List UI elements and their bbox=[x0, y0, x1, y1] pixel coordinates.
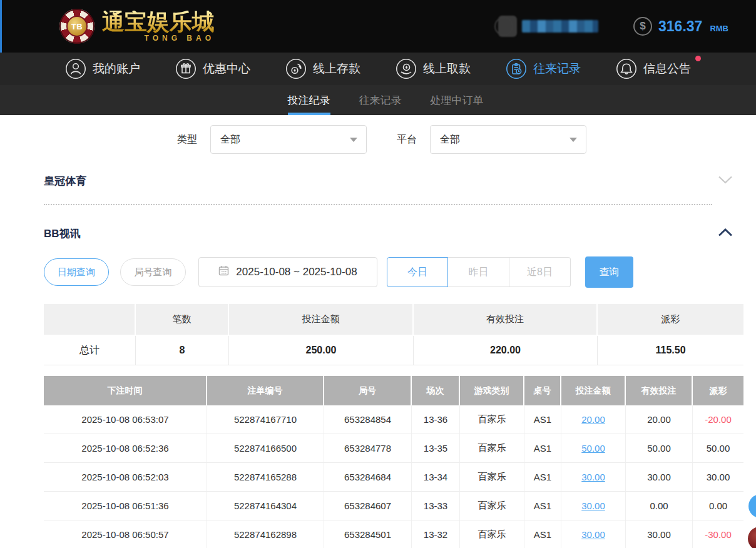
summary-header-count: 笔数 bbox=[136, 304, 229, 336]
bet-amount-link[interactable]: 30.00 bbox=[581, 529, 605, 540]
tab-pending-orders[interactable]: 处理中订单 bbox=[431, 85, 484, 115]
tab-bet-records[interactable]: 投注纪录 bbox=[288, 85, 330, 115]
brand-text: 通宝娱乐城 TONG BAO bbox=[102, 11, 215, 43]
nav-item-announcements[interactable]: 信息公告 bbox=[616, 58, 691, 79]
nav-label: 线上取款 bbox=[423, 61, 471, 77]
quick-range-group: 今日 昨日 近8日 bbox=[387, 257, 571, 287]
cell-game-type: 百家乐 bbox=[460, 520, 524, 548]
nav-item-withdraw[interactable]: 线上取款 bbox=[396, 58, 471, 79]
user-account-block[interactable] bbox=[498, 16, 598, 37]
nav-label: 往来记录 bbox=[533, 61, 581, 77]
bet-amount-link[interactable]: 20.00 bbox=[581, 414, 605, 425]
summary-valid-bet: 220.00 bbox=[414, 336, 598, 365]
summary-total-row: 总计 8 250.00 220.00 115.50 bbox=[44, 336, 743, 365]
cell-bet-amount: 20.00 bbox=[561, 405, 626, 434]
bet-amount-link[interactable]: 50.00 bbox=[581, 443, 605, 454]
date-range-value: 2025-10-08 ~ 2025-10-08 bbox=[236, 266, 357, 278]
yesterday-button[interactable]: 昨日 bbox=[448, 257, 509, 287]
balance-currency: RMB bbox=[710, 24, 728, 33]
cell-bet-time: 2025-10-08 06:50:57 bbox=[44, 520, 207, 548]
subtab-bar: 投注纪录 往来记录 处理中订单 bbox=[0, 85, 756, 115]
last8days-button[interactable]: 近8日 bbox=[509, 257, 571, 287]
round-query-button[interactable]: 局号查询 bbox=[120, 258, 186, 286]
gift-icon bbox=[175, 58, 197, 79]
cell-bet-time: 2025-10-08 06:51:36 bbox=[44, 492, 207, 520]
today-button[interactable]: 今日 bbox=[387, 257, 448, 287]
nav-item-promotions[interactable]: 优惠中心 bbox=[175, 58, 250, 79]
floating-widget-red[interactable] bbox=[748, 527, 756, 548]
records-icon bbox=[506, 58, 527, 79]
cell-valid-bet: 30.00 bbox=[626, 463, 693, 492]
table-row: 2025-10-08 06:53:07 522874167710 6532848… bbox=[44, 405, 743, 434]
cell-payout: -30.00 bbox=[693, 520, 743, 548]
section-title: BB视讯 bbox=[44, 226, 81, 241]
summary-table: 笔数 投注金额 有效投注 派彩 总计 8 250.00 220.00 115.5… bbox=[44, 304, 743, 365]
calendar-icon bbox=[218, 265, 229, 279]
cell-table-number: AS1 bbox=[524, 463, 561, 492]
tab-transaction-records[interactable]: 往来记录 bbox=[359, 85, 402, 115]
notification-dot bbox=[695, 56, 701, 61]
cell-bet-time: 2025-10-08 06:52:36 bbox=[44, 434, 207, 463]
summary-payout: 115.50 bbox=[598, 336, 743, 365]
nav-item-deposit[interactable]: 线上存款 bbox=[285, 58, 360, 79]
table-row: 2025-10-08 06:50:57 522874162898 6532845… bbox=[44, 520, 743, 548]
search-button[interactable]: 查询 bbox=[585, 256, 633, 288]
chevron-down-icon bbox=[350, 138, 357, 142]
nav-label: 信息公告 bbox=[643, 61, 691, 77]
col-session: 场次 bbox=[412, 376, 460, 405]
nav-item-transaction-records[interactable]: 往来记录 bbox=[506, 58, 581, 79]
col-valid-bet: 有效投注 bbox=[626, 376, 693, 405]
cell-round-number: 653284607 bbox=[324, 492, 412, 520]
cell-payout: 0.00 bbox=[693, 492, 743, 520]
floating-widget-blue[interactable] bbox=[748, 494, 756, 518]
deposit-icon bbox=[285, 58, 307, 79]
cell-bet-number: 522874164304 bbox=[207, 492, 324, 520]
col-bet-amount: 投注金额 bbox=[561, 376, 626, 405]
nav-item-my-account[interactable]: 我的账户 bbox=[65, 58, 140, 79]
query-toolbar: 日期查询 局号查询 2025-10-08 ~ 2025-10-08 今日 昨日 … bbox=[44, 256, 756, 288]
chevron-up-icon[interactable] bbox=[718, 228, 732, 239]
col-bet-number: 注单编号 bbox=[207, 376, 324, 405]
cell-valid-bet: 0.00 bbox=[626, 492, 693, 520]
cell-bet-time: 2025-10-08 06:52:03 bbox=[44, 463, 207, 492]
bet-records-table: 下注时间 注单编号 局号 场次 游戏类别 桌号 投注金额 有效投注 派彩 202… bbox=[44, 376, 743, 548]
bet-amount-link[interactable]: 30.00 bbox=[581, 472, 605, 482]
cell-round-number: 653284501 bbox=[324, 520, 412, 548]
section-divider bbox=[44, 204, 712, 205]
type-select-value: 全部 bbox=[220, 133, 240, 146]
cell-table-number: AS1 bbox=[524, 520, 561, 548]
cell-round-number: 653284778 bbox=[324, 434, 412, 463]
summary-header-bet-amount: 投注金额 bbox=[229, 304, 414, 336]
type-select[interactable]: 全部 bbox=[210, 125, 367, 154]
cell-payout: -20.00 bbox=[693, 405, 743, 434]
chevron-down-icon[interactable] bbox=[718, 175, 732, 186]
cell-bet-amount: 30.00 bbox=[561, 463, 626, 492]
cell-session: 13-32 bbox=[412, 520, 460, 548]
platform-filter-label: 平台 bbox=[397, 133, 417, 146]
user-icon bbox=[65, 58, 86, 79]
top-header: TB 通宝娱乐城 TONG BAO $ 316.37 RMB bbox=[0, 0, 756, 53]
nav-label: 线上存款 bbox=[313, 61, 360, 77]
cell-session: 13-34 bbox=[412, 463, 460, 492]
bell-icon bbox=[616, 58, 637, 79]
cell-game-type: 百家乐 bbox=[460, 434, 524, 463]
type-filter-label: 类型 bbox=[177, 133, 197, 146]
site-logo[interactable]: TB 通宝娱乐城 TONG BAO bbox=[59, 9, 215, 44]
table-row: 2025-10-08 06:52:36 522874166500 6532847… bbox=[44, 434, 743, 463]
cell-round-number: 653284854 bbox=[324, 405, 412, 434]
section-title: 皇冠体育 bbox=[44, 174, 86, 188]
cell-game-type: 百家乐 bbox=[460, 405, 524, 434]
cell-bet-number: 522874167710 bbox=[207, 405, 324, 434]
balance-amount: 316.37 bbox=[658, 18, 702, 35]
summary-bet-amount: 250.00 bbox=[229, 336, 414, 365]
bet-amount-link[interactable]: 30.00 bbox=[581, 500, 605, 511]
section-crown-sports[interactable]: 皇冠体育 bbox=[44, 170, 732, 191]
date-range-picker[interactable]: 2025-10-08 ~ 2025-10-08 bbox=[198, 257, 377, 287]
main-nav: 我的账户 优惠中心 线上存款 线上 bbox=[0, 53, 756, 85]
date-query-button[interactable]: 日期查询 bbox=[44, 258, 109, 286]
nav-label: 优惠中心 bbox=[203, 61, 250, 77]
platform-select[interactable]: 全部 bbox=[430, 125, 586, 154]
cell-bet-number: 522874162898 bbox=[207, 520, 324, 548]
cell-valid-bet: 50.00 bbox=[626, 434, 693, 463]
section-bb-video[interactable]: BB视讯 bbox=[44, 223, 732, 244]
